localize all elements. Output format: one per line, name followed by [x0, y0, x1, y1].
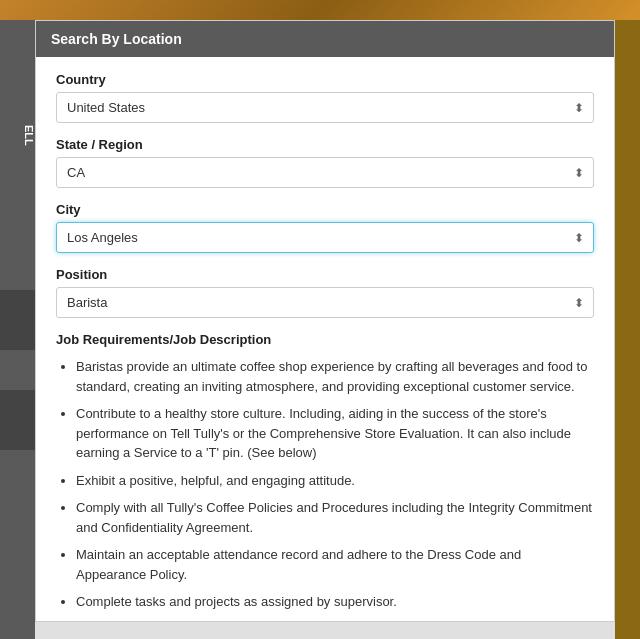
background-top — [0, 0, 640, 20]
country-select-wrapper: United States Canada United Kingdom Aust… — [56, 92, 594, 123]
main-panel: Search By Location Country United States… — [35, 20, 615, 639]
sidebar-block-2 — [0, 390, 35, 450]
list-item: Complete tasks and projects as assigned … — [76, 592, 594, 612]
list-item: Baristas provide an ultimate coffee shop… — [76, 357, 594, 396]
city-select-wrapper: Los Angeles San Francisco San Diego Sacr… — [56, 222, 594, 253]
list-item: Exhibit a positive, helpful, and engagin… — [76, 471, 594, 491]
position-select[interactable]: Barista Shift Supervisor Store Manager A… — [56, 287, 594, 318]
list-item: Comply with all Tully's Coffee Policies … — [76, 498, 594, 537]
state-select-wrapper: CA NY TX FL WA ⬍ — [56, 157, 594, 188]
state-label: State / Region — [56, 137, 594, 152]
city-field-group: City Los Angeles San Francisco San Diego… — [56, 202, 594, 253]
country-field-group: Country United States Canada United King… — [56, 72, 594, 123]
job-requirements-list: Baristas provide an ultimate coffee shop… — [56, 357, 594, 639]
sidebar-left-text: ELL — [0, 120, 35, 151]
bottom-bar — [35, 621, 615, 639]
job-requirements-title: Job Requirements/Job Description — [56, 332, 594, 347]
sidebar-block-1 — [0, 290, 35, 350]
state-select[interactable]: CA NY TX FL WA — [56, 157, 594, 188]
country-label: Country — [56, 72, 594, 87]
country-select[interactable]: United States Canada United Kingdom Aust… — [56, 92, 594, 123]
city-label: City — [56, 202, 594, 217]
list-item: Maintain an acceptable attendance record… — [76, 545, 594, 584]
position-select-wrapper: Barista Shift Supervisor Store Manager A… — [56, 287, 594, 318]
position-label: Position — [56, 267, 594, 282]
panel-body: Country United States Canada United King… — [36, 57, 614, 639]
state-field-group: State / Region CA NY TX FL WA ⬍ — [56, 137, 594, 188]
job-requirements-group: Job Requirements/Job Description Barista… — [56, 332, 594, 639]
panel-title: Search By Location — [51, 31, 182, 47]
sidebar-left: ELL — [0, 20, 35, 639]
list-item: Contribute to a healthy store culture. I… — [76, 404, 594, 463]
panel-header: Search By Location — [36, 21, 614, 57]
position-field-group: Position Barista Shift Supervisor Store … — [56, 267, 594, 318]
city-select[interactable]: Los Angeles San Francisco San Diego Sacr… — [56, 222, 594, 253]
